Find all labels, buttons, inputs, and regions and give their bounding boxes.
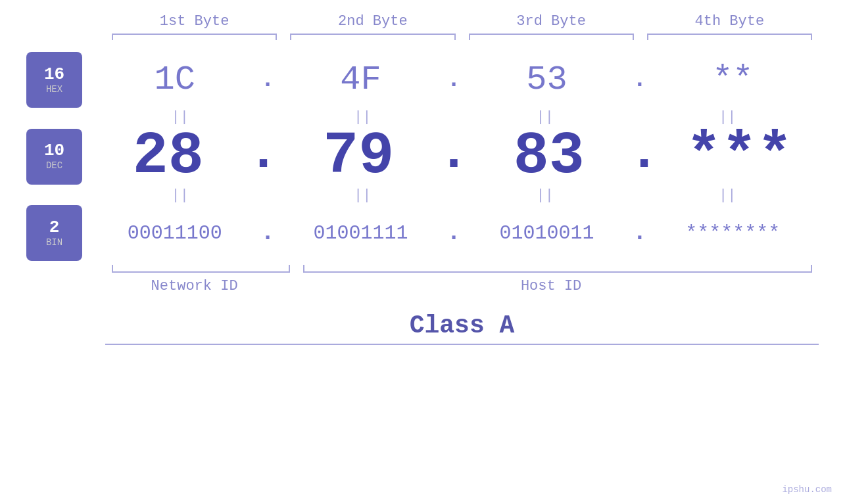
bottom-brackets-row bbox=[105, 265, 819, 273]
dec-byte2: 79 bbox=[279, 127, 438, 186]
bracket-host bbox=[303, 265, 812, 273]
bin-sep1: . bbox=[260, 219, 275, 246]
hex-row: 16 HEX 1C . 4F . 53 . ** bbox=[26, 52, 819, 108]
hex-sep2: . bbox=[447, 66, 461, 93]
hex-badge: 16 HEX bbox=[26, 52, 82, 108]
bin-sep3: . bbox=[633, 219, 647, 246]
byte4-header: 4th Byte bbox=[640, 13, 819, 34]
bracket-network bbox=[112, 265, 290, 273]
hex-byte3: 53 bbox=[461, 61, 633, 99]
dec-byte1: 28 bbox=[89, 127, 247, 186]
dec-byte4: *** bbox=[660, 127, 819, 186]
bracket-1 bbox=[112, 34, 277, 40]
dec-sep2: . bbox=[438, 127, 470, 186]
bracket-4 bbox=[647, 34, 812, 40]
hex-sep3: . bbox=[633, 66, 647, 93]
network-id-label: Network ID bbox=[105, 278, 283, 294]
bin-badge-num: 2 bbox=[49, 219, 60, 236]
bin-badge: 2 BIN bbox=[26, 205, 82, 261]
dec-badge-label: DEC bbox=[46, 160, 62, 171]
bin-byte2: 01001111 bbox=[275, 221, 447, 245]
bin-sep2: . bbox=[447, 219, 461, 246]
dec-byte3: 83 bbox=[470, 127, 628, 186]
bracket-3 bbox=[469, 34, 634, 40]
dec-sep1: . bbox=[247, 127, 279, 186]
dec-sep3: . bbox=[628, 127, 660, 186]
bin-bytes: 00011100 . 01001111 . 01010011 . *******… bbox=[89, 219, 819, 246]
main-container: 1st Byte 2nd Byte 3rd Byte 4th Byte 16 H… bbox=[0, 0, 845, 504]
bin-byte1: 00011100 bbox=[89, 221, 260, 245]
byte3-header: 3rd Byte bbox=[462, 13, 640, 34]
hex-byte1: 1C bbox=[89, 61, 260, 99]
footer: ipshu.com bbox=[782, 484, 832, 495]
hex-badge-label: HEX bbox=[46, 84, 62, 95]
byte1-header: 1st Byte bbox=[105, 13, 283, 34]
dec-bytes: 28 . 79 . 83 . *** bbox=[89, 127, 819, 186]
bin-badge-label: BIN bbox=[46, 237, 62, 248]
dec-row: 10 DEC 28 . 79 . 83 . *** bbox=[26, 127, 819, 186]
dec-badge: 10 DEC bbox=[26, 129, 82, 185]
bracket-2 bbox=[290, 34, 455, 40]
class-label: Class A bbox=[105, 305, 819, 344]
hex-sep1: . bbox=[260, 66, 275, 93]
hex-byte2: 4F bbox=[275, 61, 447, 99]
hex-byte4: ** bbox=[647, 61, 819, 99]
id-labels: Network ID Host ID bbox=[105, 278, 819, 294]
class-container: Class A bbox=[105, 305, 819, 345]
bin-byte4: ******** bbox=[647, 221, 819, 245]
hex-badge-num: 16 bbox=[44, 66, 64, 83]
dec-badge-num: 10 bbox=[44, 142, 64, 159]
bin-row: 2 BIN 00011100 . 01001111 . 01010011 . *… bbox=[26, 205, 819, 261]
hex-bytes: 1C . 4F . 53 . ** bbox=[89, 61, 819, 99]
byte2-header: 2nd Byte bbox=[283, 13, 462, 34]
host-id-label: Host ID bbox=[283, 278, 819, 294]
bin-byte3: 01010011 bbox=[461, 221, 633, 245]
